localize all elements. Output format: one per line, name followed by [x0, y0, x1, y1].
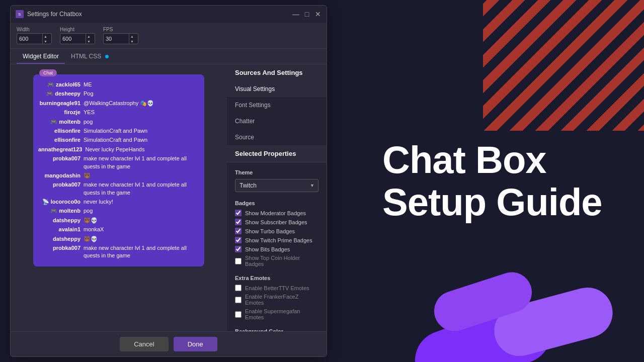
close-button[interactable]: ✕ [314, 11, 321, 18]
emote-checkbox-row: Enable FrankerFaceZ Emotes [235, 294, 318, 306]
titlebar-title: Settings for Chatbox [27, 11, 82, 18]
nav-source[interactable]: Source [227, 129, 327, 145]
chat-message-row: 🎮 moltenbpog [38, 118, 199, 126]
nav-font-settings[interactable]: Font Settings [227, 97, 327, 113]
chat-username: probka007 [38, 181, 84, 189]
theme-select-wrap: Twitch Dark Light Custom [235, 179, 318, 192]
chat-message-row: 📡 locoroco0onever lucky! [38, 198, 199, 206]
chat-message-row: mangodashin🐻 [38, 172, 199, 179]
done-button[interactable]: Done [174, 337, 217, 351]
chat-message-row: ellisonfireSimulationCraft and Pawn [38, 127, 199, 135]
theme-select[interactable]: Twitch Dark Light Custom [235, 179, 318, 192]
badge-checkbox-row: Show Subscriber Badges [235, 219, 318, 225]
badge-checkbox-row: Show Turbo Badges [235, 228, 318, 234]
badge-checkbox[interactable] [235, 237, 242, 243]
chat-message-text: Never lucky PepeHands [85, 146, 199, 153]
tab-widget-editor[interactable]: Widget Editor [17, 49, 65, 64]
nav-sources-settings[interactable]: Sources And Settings [227, 64, 327, 81]
height-field: Height ▲ ▼ [60, 27, 95, 44]
chat-preview: Chat 🎮 zacklol65ME🎮 desheepyPogburningea… [33, 74, 204, 266]
settings-content: Theme Twitch Dark Light Custom Badges Sh… [227, 162, 327, 331]
fps-spinner: ▲ ▼ [129, 34, 135, 44]
width-up[interactable]: ▲ [43, 34, 48, 39]
chat-message-text: YES [84, 109, 199, 116]
nav-chatter[interactable]: Chatter [227, 113, 327, 129]
width-label: Width [17, 27, 52, 32]
toolbar: Width ▲ ▼ Height ▲ ▼ FPS [11, 23, 327, 49]
badge-checkbox[interactable] [235, 246, 242, 252]
chat-message-row: 🎮 zacklol65ME [38, 81, 199, 88]
width-down[interactable]: ▼ [43, 39, 48, 44]
chat-username: ellisonfire [38, 136, 84, 144]
chat-message-text: ME [84, 81, 199, 88]
fps-input[interactable] [104, 36, 129, 42]
emote-checkbox-row: Enable Supermegafan Emotes [235, 308, 318, 320]
height-spinner: ▲ ▼ [86, 34, 92, 44]
emote-checkbox-label: Enable FrankerFaceZ Emotes [245, 294, 318, 306]
badges-group: Badges Show Moderator BadgesShow Subscri… [235, 200, 318, 267]
cancel-button[interactable]: Cancel [120, 337, 168, 351]
badge-checkbox-label: Show Twitch Prime Badges [245, 237, 312, 243]
bg-bottom-decoration [392, 211, 644, 362]
badge-checkbox[interactable] [235, 258, 242, 264]
emote-checkbox[interactable] [235, 285, 242, 291]
badge-checkbox[interactable] [235, 228, 242, 234]
chat-username: 📡 locoroco0o [38, 198, 84, 206]
purple-blob-2 [489, 282, 618, 362]
content-area: Chat 🎮 zacklol65ME🎮 desheepyPogburningea… [11, 64, 327, 331]
minimize-button[interactable]: — [292, 11, 299, 18]
badge-checkbox-label: Show Turbo Badges [245, 228, 295, 234]
height-input[interactable] [60, 36, 86, 42]
chat-username: datsheppy [38, 235, 84, 243]
chat-username: mangodashin [38, 172, 84, 179]
emote-checkbox-label: Enable BetterTTV Emotes [245, 285, 309, 291]
chat-message-text: monkaX [84, 226, 199, 233]
theme-label: Theme [235, 169, 318, 175]
chat-message-row: ellisonfireSimulationCraft and Pawn [38, 136, 199, 144]
preview-panel: Chat 🎮 zacklol65ME🎮 desheepyPogburningea… [11, 64, 227, 331]
emote-checkbox[interactable] [235, 311, 242, 318]
titlebar-controls: — □ ✕ [292, 11, 321, 18]
chat-message-text: pog [84, 207, 199, 215]
chat-message-text: make new character lvl 1 and complete al… [84, 244, 199, 260]
svg-text:S: S [18, 12, 21, 17]
height-down[interactable]: ▼ [86, 39, 92, 44]
chat-message-row: datsheppy🐻💀 [38, 217, 199, 224]
chat-username: 🎮 moltenb [38, 118, 84, 126]
badge-checkbox[interactable] [235, 219, 242, 225]
height-up[interactable]: ▲ [86, 34, 92, 39]
tab-html-css[interactable]: HTML CSS [65, 49, 115, 64]
height-input-wrap: ▲ ▼ [60, 33, 95, 44]
fps-down[interactable]: ▼ [129, 39, 135, 44]
chat-message-text: pog [84, 118, 199, 126]
badges-label: Badges [235, 200, 318, 206]
chat-message-row: burningeagle91@WalkingCatastrophy 🎭💀 [38, 100, 199, 107]
emote-checkbox-label: Enable Supermegafan Emotes [245, 308, 318, 320]
maximize-button[interactable]: □ [303, 11, 310, 18]
titlebar-left: S Settings for Chatbox [16, 10, 82, 18]
bottom-bar: Cancel Done [11, 331, 327, 356]
right-heading-area: Chat Box Setup Guide [352, 139, 644, 223]
badge-checkbox-row: Show Bits Badges [235, 246, 318, 252]
width-input[interactable] [17, 36, 42, 42]
fps-label: FPS [103, 27, 138, 32]
chat-message-text: SimulationCraft and Pawn [84, 136, 199, 144]
tab-dot [105, 55, 109, 58]
chat-message-row: annathegreat123Never lucky PepeHands [38, 146, 199, 153]
chat-username: probka007 [38, 155, 84, 162]
nav-selected-properties[interactable]: Selected Properties [227, 145, 327, 162]
heading-line1: Chat Box [382, 138, 546, 181]
tab-bar: Widget Editor HTML CSS [11, 49, 327, 64]
chat-message-text: 🐻💀 [84, 217, 199, 224]
settings-panel: Sources And Settings Visual Settings Fon… [227, 64, 327, 331]
chat-message-text: SimulationCraft and Pawn [84, 127, 199, 135]
emote-checkbox[interactable] [235, 297, 242, 303]
chat-message-text: 🐻💀 [84, 235, 199, 243]
badge-checkbox[interactable] [235, 210, 242, 216]
badge-checkbox-label: Show Moderator Badges [245, 210, 306, 216]
titlebar-icon: S [16, 10, 24, 18]
fps-up[interactable]: ▲ [129, 34, 135, 39]
chat-message-row: firozjeYES [38, 109, 199, 116]
theme-group: Theme Twitch Dark Light Custom [235, 169, 318, 192]
nav-visual-settings[interactable]: Visual Settings [227, 81, 327, 97]
